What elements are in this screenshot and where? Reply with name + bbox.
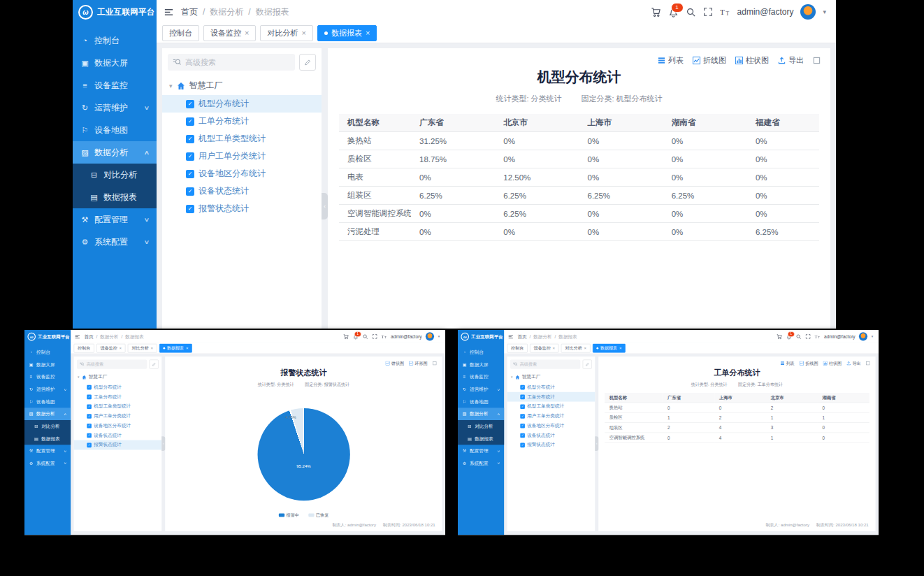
hamburger-icon[interactable] [75,333,80,339]
sidebar-item-device-monitor[interactable]: ≡设备监控 [458,370,504,383]
tree-item[interactable]: ✓报警状态统计 [162,200,322,217]
cart-icon[interactable] [651,7,661,17]
tree-item[interactable]: ✓机型分布统计 [162,95,322,113]
sidebar-item-dashboard[interactable]: ◔控制台 [73,29,157,52]
sidebar-item-data-screen[interactable]: ▣数据大屏 [73,52,157,74]
font-size-icon[interactable]: TT [720,7,730,17]
tree-item[interactable]: ✓设备状态统计 [507,431,595,440]
checkbox-checked-icon[interactable]: ✓ [520,433,525,438]
tree-item[interactable]: ✓设备状态统计 [162,182,322,200]
checkbox-checked-icon[interactable]: ✓ [87,385,92,390]
tab-data-report[interactable]: 数据报表× [159,344,192,353]
user-name[interactable]: admin@factory [737,7,794,17]
edit-button[interactable] [150,359,159,368]
sidebar-item-data-screen[interactable]: ▣数据大屏 [458,359,504,371]
hamburger-icon[interactable] [164,7,174,17]
sidebar-item-device-map[interactable]: ⚐设备地图 [458,396,504,408]
advanced-search-input[interactable]: 高级搜索 [510,359,580,368]
tab-console[interactable]: 控制台 [507,344,528,353]
sidebar-item-system[interactable]: ⚙系统配置∨ [458,457,504,470]
breadcrumb-section[interactable]: 数据分析 [210,6,243,18]
bell-icon[interactable]: 1 [668,7,679,17]
line-chart-button[interactable]: 折线图 [693,55,726,66]
tree-item[interactable]: ✓工单分布统计 [74,392,162,402]
sidebar-item-compare-analysis[interactable]: ⊟对比分析 [73,164,157,186]
breadcrumb-section[interactable]: 数据分析 [533,333,551,340]
avatar[interactable] [426,332,434,340]
close-tab-icon[interactable]: × [553,346,556,350]
sidebar-item-system[interactable]: ⚙系统配置∨ [24,457,71,470]
export-button[interactable]: 导出 [778,55,804,66]
tree-item[interactable]: ✓机型分布统计 [74,382,162,392]
avatar[interactable] [800,4,816,20]
search-icon[interactable] [362,333,368,339]
tab-data-report[interactable]: 数据报表× [317,25,377,41]
sidebar-item-operations[interactable]: ↻运营维护∨ [458,383,504,396]
tab-console[interactable]: 控制台 [162,25,199,41]
tree-item[interactable]: ✓用户工单分类统计 [507,411,595,421]
breadcrumb-home[interactable]: 首页 [84,333,93,340]
font-size-icon[interactable]: TT [814,333,820,339]
close-tab-icon[interactable]: × [151,346,154,350]
breadcrumb-home[interactable]: 首页 [517,333,526,340]
tree-item[interactable]: ✓工单分布统计 [507,392,595,402]
checkbox-checked-icon[interactable]: ✓ [186,117,194,126]
caret-down-icon[interactable]: ▾ [511,375,512,380]
avatar[interactable] [859,332,867,340]
tab-compare-analysis[interactable]: 对比分析× [128,344,157,353]
legend-item[interactable]: 报警中 [279,512,299,518]
sidebar-item-data-screen[interactable]: ▣数据大屏 [24,359,71,371]
close-tab-icon[interactable]: × [301,29,305,37]
frame-button[interactable] [813,57,821,64]
breadcrumb-home[interactable]: 首页 [181,6,198,18]
checkbox-checked-icon[interactable]: ✓ [520,394,525,399]
sidebar-item-operations[interactable]: ↻运营维护∨ [24,383,71,396]
tree-item[interactable]: ✓设备地区分布统计 [162,165,322,182]
advanced-search-input[interactable]: 高级搜索 [168,54,295,71]
bar-chart-button[interactable]: 柱状图 [823,361,842,366]
edit-button[interactable] [583,359,592,368]
breadcrumb-section[interactable]: 数据分析 [100,333,118,340]
user-name[interactable]: admin@factory [391,334,422,340]
sidebar-item-dashboard[interactable]: ◔控制台 [24,346,71,359]
checkbox-checked-icon[interactable]: ✓ [186,152,194,161]
sidebar-item-data-report[interactable]: ▤数据报表 [73,186,157,208]
sidebar-item-data-report[interactable]: ▤数据报表 [24,433,71,445]
tree-item[interactable]: ✓用户工单分类统计 [162,147,322,165]
tree-root[interactable]: ▾ 智慧工厂 [507,372,595,382]
sidebar-item-device-monitor[interactable]: ≡设备监控 [73,74,157,96]
tab-device-monitor[interactable]: 设备监控× [203,25,256,41]
sidebar-item-compare-analysis[interactable]: ⊟对比分析 [24,420,71,433]
tab-data-report[interactable]: 数据报表× [593,344,626,353]
tree-item[interactable]: ✓设备地区分布统计 [507,421,595,431]
checkbox-checked-icon[interactable]: ✓ [87,442,92,447]
checkbox-checked-icon[interactable]: ✓ [87,433,92,438]
sidebar-item-config[interactable]: ⚒配置管理∨ [458,445,504,457]
frame-button[interactable] [866,361,870,366]
tree-item[interactable]: ✓工单分布统计 [162,113,322,130]
tab-device-monitor[interactable]: 设备监控× [530,344,559,353]
tree-item[interactable]: ✓设备地区分布统计 [74,421,162,431]
bell-icon[interactable]: 1 [786,333,791,339]
close-tab-icon[interactable]: × [584,346,587,350]
advanced-search-input[interactable]: 高级搜索 [77,359,147,368]
legend-item[interactable]: 已恢复 [308,512,329,518]
close-tab-icon[interactable]: × [245,29,249,37]
checkbox-checked-icon[interactable]: ✓ [186,187,194,196]
cart-icon[interactable] [343,333,349,339]
checkbox-checked-icon[interactable]: ✓ [87,404,92,409]
search-icon[interactable] [795,333,801,339]
sidebar-item-device-monitor[interactable]: ≡设备监控 [24,370,71,383]
checkbox-checked-icon[interactable]: ✓ [520,424,525,429]
sidebar-item-data-analysis[interactable]: ▨数据分析∧ [458,408,504,420]
tree-item[interactable]: ✓机型工单类型统计 [74,402,162,412]
close-tab-icon[interactable]: × [186,346,189,350]
tree-item[interactable]: ✓报警状态统计 [507,440,595,450]
sidebar-item-compare-analysis[interactable]: ⊟对比分析 [458,420,504,433]
tab-compare-analysis[interactable]: 对比分析× [260,25,312,41]
panel-collapse-handle[interactable]: ‹ [161,436,165,451]
sidebar-item-config[interactable]: ⚒配置管理∨ [73,208,157,231]
checkbox-checked-icon[interactable]: ✓ [87,414,92,419]
pie-chart-button[interactable]: 饼状图 [386,361,404,366]
close-tab-icon[interactable]: × [619,346,622,350]
